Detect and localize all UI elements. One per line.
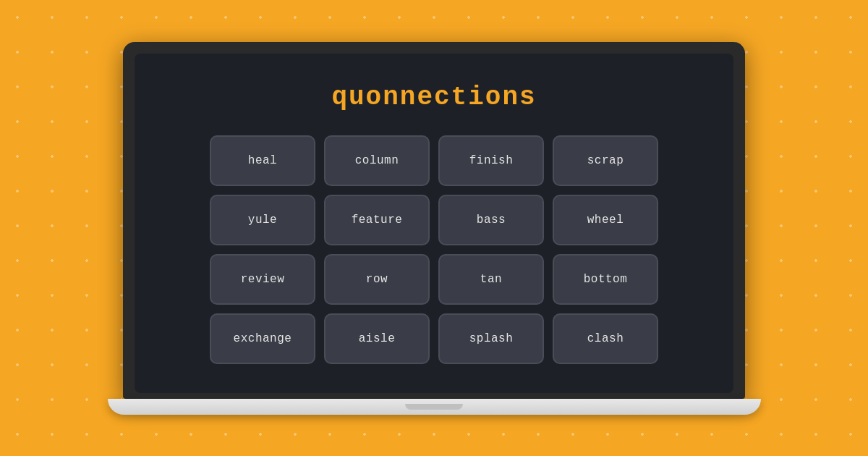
laptop-screen: quonnections healcolumnfinishscrapyulefe…	[135, 54, 733, 393]
word-tile-yule[interactable]: yule	[210, 195, 315, 245]
word-tile-exchange[interactable]: exchange	[210, 313, 315, 364]
word-grid: healcolumnfinishscrapyulefeaturebasswhee…	[210, 135, 658, 364]
laptop-base	[108, 399, 761, 415]
laptop-screen-outer: quonnections healcolumnfinishscrapyulefe…	[123, 42, 745, 399]
word-tile-review[interactable]: review	[210, 254, 315, 305]
word-tile-wheel[interactable]: wheel	[553, 195, 658, 245]
word-tile-bass[interactable]: bass	[438, 195, 544, 245]
word-tile-clash[interactable]: clash	[553, 313, 658, 364]
laptop-container: quonnections healcolumnfinishscrapyulefe…	[123, 42, 745, 415]
game-title: quonnections	[331, 83, 536, 112]
word-tile-splash[interactable]: splash	[438, 313, 544, 364]
word-tile-finish[interactable]: finish	[438, 135, 544, 186]
word-tile-column[interactable]: column	[324, 135, 430, 186]
word-tile-tan[interactable]: tan	[438, 254, 544, 305]
word-tile-aisle[interactable]: aisle	[324, 313, 430, 364]
word-tile-row[interactable]: row	[324, 254, 430, 305]
word-tile-bottom[interactable]: bottom	[553, 254, 658, 305]
word-tile-feature[interactable]: feature	[324, 195, 430, 245]
word-tile-heal[interactable]: heal	[210, 135, 315, 186]
word-tile-scrap[interactable]: scrap	[553, 135, 658, 186]
laptop-notch	[405, 404, 463, 410]
